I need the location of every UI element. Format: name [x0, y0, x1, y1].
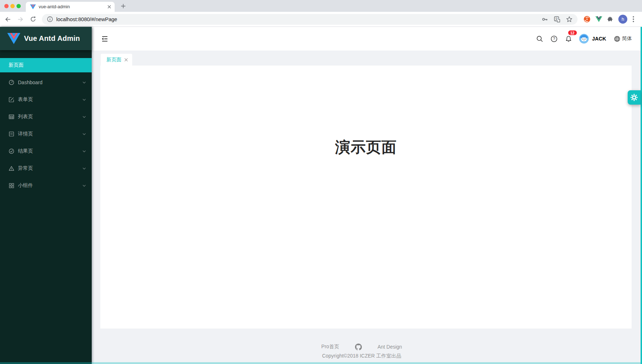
- back-icon[interactable]: [3, 15, 13, 24]
- browser-profile-avatar[interactable]: h: [618, 15, 627, 24]
- browser-toolbar: localhost:8080/#/newPage 文: [0, 12, 642, 27]
- language-selector[interactable]: 简体: [614, 35, 632, 42]
- sidebar-menu: 新页面 Dashboard 表单页: [0, 50, 92, 193]
- kebab-menu-icon[interactable]: [633, 16, 634, 22]
- chevron-down-icon: [82, 81, 86, 84]
- url-text[interactable]: localhost:8080/#/newPage: [56, 16, 542, 22]
- notification-badge: 12: [568, 30, 577, 35]
- app-title: Vue Antd Admin: [24, 34, 80, 43]
- sidebar-item-lists[interactable]: 列表页: [0, 110, 92, 124]
- form-icon: [9, 97, 14, 102]
- sidebar-item-label: 列表页: [18, 114, 33, 120]
- chevron-down-icon: [82, 185, 86, 187]
- gear-icon: [630, 94, 638, 101]
- sidebar-item-label: Dashboard: [18, 80, 43, 85]
- menu-fold-icon[interactable]: [101, 35, 109, 43]
- browser-tab[interactable]: vue-antd-admin: [26, 2, 115, 12]
- forward-icon[interactable]: [16, 15, 25, 24]
- page-tab-label: 新页面: [106, 57, 121, 63]
- translate-icon[interactable]: 文: [554, 16, 560, 23]
- settings-drawer-handle[interactable]: [628, 90, 641, 105]
- sidebar-item-label: 异常页: [18, 165, 33, 172]
- user-avatar: [579, 34, 589, 44]
- theme-accent-bottom-border: [0, 362, 642, 364]
- sidebar-item-widgets[interactable]: 小组件: [0, 178, 92, 193]
- sidebar: Vue Antd Admin 新页面 Dashboard: [0, 27, 92, 364]
- browser-tabstrip: vue-antd-admin: [0, 0, 642, 12]
- github-icon[interactable]: [355, 344, 362, 350]
- window-close-button[interactable]: [4, 4, 9, 8]
- sidebar-item-label: 新页面: [9, 62, 24, 68]
- question-icon[interactable]: ?: [548, 33, 560, 45]
- chevron-down-icon: [82, 150, 86, 153]
- window-zoom-button[interactable]: [16, 4, 21, 8]
- sidebar-item-newpage[interactable]: 新页面: [0, 58, 92, 72]
- footer-link-ant-design[interactable]: Ant Design: [378, 344, 402, 350]
- svg-text:文: 文: [555, 17, 558, 21]
- username: JACK: [592, 36, 606, 42]
- page-tab-newpage[interactable]: 新页面: [101, 54, 132, 66]
- star-icon[interactable]: [566, 16, 572, 23]
- dashboard-icon: [9, 80, 14, 85]
- globe-icon: [614, 36, 620, 42]
- info-icon[interactable]: [47, 16, 53, 22]
- sidebar-item-label: 小组件: [18, 182, 33, 189]
- language-label: 简体: [622, 35, 632, 42]
- chevron-down-icon: [82, 99, 86, 101]
- key-icon[interactable]: [542, 16, 548, 23]
- check-circle-icon: [9, 148, 14, 154]
- window-minimize-button[interactable]: [10, 4, 15, 8]
- workspace: 新页面 演示页面 Pro首页 Ant Design Copyright©2018…: [92, 51, 642, 364]
- user-menu[interactable]: JACK: [579, 34, 606, 44]
- address-bar[interactable]: localhost:8080/#/newPage 文: [42, 14, 578, 25]
- chevron-down-icon: [82, 167, 86, 170]
- warning-icon: [9, 166, 14, 171]
- page-title: 演示页面: [100, 66, 632, 157]
- reload-icon[interactable]: [28, 15, 38, 24]
- sidebar-item-forms[interactable]: 表单页: [0, 92, 92, 107]
- sidebar-item-details[interactable]: 详情页: [0, 127, 92, 141]
- sidebar-item-label: 表单页: [18, 96, 33, 103]
- vue-devtools-icon[interactable]: [595, 16, 602, 22]
- app-header: ? 12 JACK 简体: [92, 27, 642, 51]
- app-footer: Pro首页 Ant Design Copyright©2018 ICZER 工作…: [92, 343, 632, 359]
- svg-text:?: ?: [553, 37, 555, 41]
- tab-close-icon[interactable]: [107, 5, 111, 9]
- close-icon[interactable]: [124, 58, 128, 62]
- theme-accent-right-border: [641, 27, 642, 364]
- sidebar-item-results[interactable]: 结果页: [0, 144, 92, 158]
- sidebar-item-dashboard[interactable]: Dashboard: [0, 75, 92, 90]
- table-icon: [9, 114, 14, 120]
- blocks-icon: [9, 183, 14, 188]
- copyright-text: Copyright©2018 ICZER 工作室出品: [322, 353, 401, 359]
- sidebar-item-label: 详情页: [18, 131, 33, 137]
- vue-logo-icon: [7, 33, 20, 44]
- sidebar-item-exception[interactable]: 异常页: [0, 161, 92, 176]
- extension-orange-icon[interactable]: [583, 15, 591, 23]
- profile-icon: [9, 131, 14, 137]
- footer-link-pro-home[interactable]: Pro首页: [321, 344, 339, 350]
- new-tab-button[interactable]: [120, 3, 127, 10]
- bell-icon[interactable]: 12: [562, 33, 575, 45]
- chevron-down-icon: [82, 133, 86, 135]
- chevron-down-icon: [82, 116, 86, 118]
- sidebar-item-label: 结果页: [18, 148, 33, 154]
- content-card: 演示页面: [100, 66, 632, 329]
- browser-tab-title: vue-antd-admin: [39, 4, 107, 9]
- sidebar-logo[interactable]: Vue Antd Admin: [0, 27, 92, 50]
- search-icon[interactable]: [534, 33, 546, 45]
- vue-favicon-icon: [30, 4, 36, 9]
- extensions-puzzle-icon[interactable]: [607, 16, 614, 23]
